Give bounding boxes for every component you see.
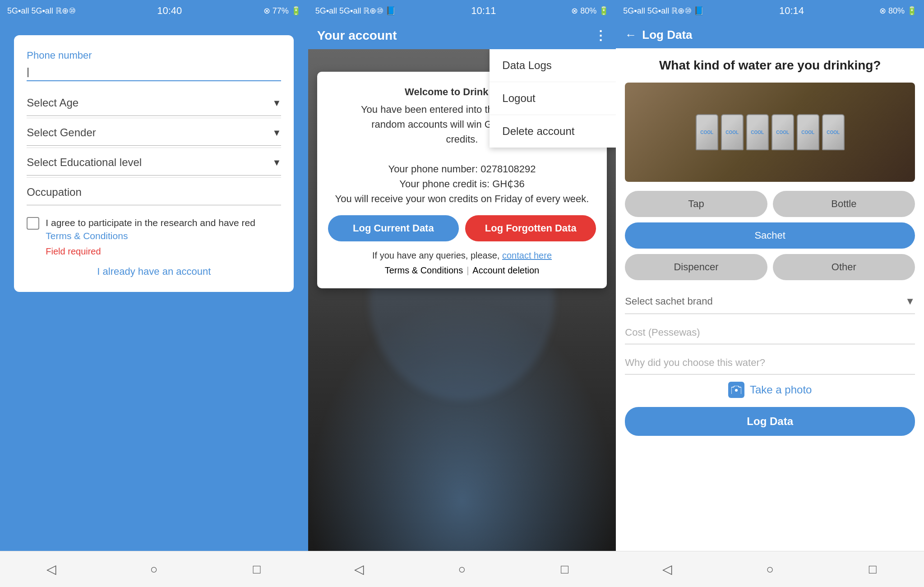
water-type-row-3: Dispencer Other	[625, 254, 915, 280]
signal-icons: 5G▪all 5G▪all ℝ⊕⑩	[7, 6, 76, 16]
water-type-row-1: Tap Bottle	[625, 191, 915, 217]
registration-card: Phone number Select Age ▼ Select Gender …	[14, 35, 294, 292]
status-left-3: 5G▪all 5G▪all ℝ⊕⑩ 📘	[623, 6, 704, 16]
log-data-title: Log Data	[642, 28, 692, 42]
sachet-bag-5: COOL	[797, 114, 819, 150]
phone-label: Phone number	[27, 50, 281, 61]
nav-recent-3[interactable]: □	[864, 560, 882, 578]
status-left-2: 5G▪all 5G▪all ℝ⊕⑩ 📘	[315, 6, 396, 16]
terms-conditions-link[interactable]: Terms & Conditions	[385, 265, 463, 276]
select-education-field[interactable]: Select Educational level ▼	[27, 150, 281, 176]
welcome-credit: Your phone credit is: GH₵36	[328, 176, 596, 191]
water-type-dispencer[interactable]: Dispencer	[625, 254, 767, 280]
nav-home-1[interactable]: ○	[145, 560, 163, 578]
select-gender-arrow: ▼	[273, 128, 282, 138]
status-right-icons: ⊗ 77% 🔋	[263, 6, 301, 16]
status-bar-1: 5G▪all 5G▪all ℝ⊕⑩ 10:40 ⊗ 77% 🔋	[0, 0, 308, 22]
modal-links-row: Terms & Conditions | Account deletion	[328, 265, 596, 276]
select-gender-field[interactable]: Select Gender ▼	[27, 120, 281, 146]
terms-checkbox[interactable]	[27, 217, 39, 230]
contact-here-link[interactable]: contact here	[502, 250, 552, 260]
status-right-2: ⊗ 80% 🔋	[571, 6, 609, 16]
already-account-link[interactable]: I already have an account	[27, 266, 281, 277]
terms-link[interactable]: Terms & Conditions	[46, 231, 128, 241]
sachet-bag-3: COOL	[746, 114, 769, 150]
account-header: Your account ⋮	[308, 22, 616, 49]
nav-back-1[interactable]: ◁	[42, 560, 60, 578]
back-arrow-icon[interactable]: ←	[625, 28, 637, 42]
sachet-water-image: COOL COOL COOL COOL COOL COOL	[625, 83, 915, 182]
bottom-nav-1: ◁ ○ □	[0, 551, 308, 587]
terms-row: I agree to participate in the research a…	[27, 216, 281, 243]
modal-action-buttons: Log Current Data Log Forgotten Data	[328, 215, 596, 241]
take-photo-label: Take a photo	[750, 384, 812, 396]
terms-text-prefix: I agree to participate in the research a…	[46, 217, 255, 228]
select-education-arrow: ▼	[273, 157, 282, 168]
water-type-other[interactable]: Other	[773, 254, 915, 280]
dropdown-menu: Data Logs Logout Delete account	[490, 49, 616, 148]
nav-recent-1[interactable]: □	[248, 560, 266, 578]
menu-dots[interactable]: ⋮	[594, 28, 607, 43]
take-photo-row[interactable]: Take a photo	[625, 382, 915, 398]
queries-text: If you have any queries, please,	[372, 250, 499, 260]
log-data-header: ← Log Data	[616, 22, 924, 48]
water-type-sachet[interactable]: Sachet	[625, 222, 915, 249]
why-input[interactable]	[625, 351, 915, 374]
status-bar-2: 5G▪all 5G▪all ℝ⊕⑩ 📘 10:11 ⊗ 80% 🔋	[308, 0, 616, 22]
select-brand-arrow: ▼	[905, 296, 915, 307]
phone-registration: 5G▪all 5G▪all ℝ⊕⑩ 10:40 ⊗ 77% 🔋 Phone nu…	[0, 0, 308, 587]
status-bar-3: 5G▪all 5G▪all ℝ⊕⑩ 📘 10:14 ⊗ 80% 🔋	[616, 0, 924, 22]
nav-recent-2[interactable]: □	[556, 560, 574, 578]
account-deletion-link[interactable]: Account deletion	[472, 265, 539, 276]
welcome-phone-value: 0278108292	[480, 163, 536, 175]
field-required-message: Field required	[46, 246, 281, 257]
select-education-label: Select Educational level	[27, 156, 142, 169]
welcome-phone: Your phone number: 0278108292	[328, 162, 596, 176]
sachet-bag-4: COOL	[772, 114, 794, 150]
nav-back-2[interactable]: ◁	[350, 560, 368, 578]
phone-log-data: 5G▪all 5G▪all ℝ⊕⑩ 📘 10:14 ⊗ 80% 🔋 ← Log …	[616, 0, 924, 587]
log-current-button[interactable]: Log Current Data	[328, 215, 459, 241]
select-age-arrow: ▼	[273, 98, 282, 108]
water-type-bottle[interactable]: Bottle	[773, 191, 915, 217]
phone-input[interactable]	[27, 63, 281, 81]
log-data-content: What kind of water are you drinking? COO…	[616, 48, 924, 551]
nav-back-3[interactable]: ◁	[658, 560, 676, 578]
welcome-credit-value: GH₵36	[492, 178, 524, 190]
dropdown-logout[interactable]: Logout	[490, 82, 616, 115]
phone-field-group: Phone number	[27, 50, 281, 81]
modal-footer: If you have any queries, please, contact…	[328, 250, 596, 261]
sachet-bag-1: COOL	[696, 114, 718, 150]
sachet-bags-visual: COOL COOL COOL COOL COOL COOL	[696, 114, 845, 150]
nav-home-3[interactable]: ○	[761, 560, 779, 578]
water-type-tap[interactable]: Tap	[625, 191, 767, 217]
time-display-2: 10:11	[471, 5, 496, 17]
water-type-row-2: Sachet	[625, 222, 915, 249]
terms-text: I agree to participate in the research a…	[46, 216, 281, 243]
occupation-label: Occupation	[27, 186, 81, 198]
log-forgotten-button[interactable]: Log Forgotten Data	[465, 215, 596, 241]
select-age-field[interactable]: Select Age ▼	[27, 90, 281, 116]
time-display: 10:40	[157, 5, 182, 17]
select-age-label: Select Age	[27, 97, 79, 109]
status-left-icons: 5G▪all 5G▪all ℝ⊕⑩	[7, 6, 76, 16]
time-display-3: 10:14	[779, 5, 804, 17]
nav-home-2[interactable]: ○	[453, 560, 471, 578]
select-brand-label: Select sachet brand	[625, 296, 712, 307]
cost-input[interactable]	[625, 321, 915, 344]
bottom-nav-2: ◁ ○ □	[308, 551, 616, 587]
sachet-bag-2: COOL	[721, 114, 744, 150]
sachet-bag-6: COOL	[822, 114, 845, 150]
camera-icon	[728, 382, 744, 398]
water-type-question: What kind of water are you drinking?	[625, 57, 915, 74]
select-brand-field[interactable]: Select sachet brand ▼	[625, 289, 915, 314]
dropdown-delete-account[interactable]: Delete account	[490, 115, 616, 148]
log-data-button[interactable]: Log Data	[625, 407, 915, 436]
registration-content: Phone number Select Age ▼ Select Gender …	[0, 22, 308, 551]
dropdown-data-logs[interactable]: Data Logs	[490, 49, 616, 82]
account-content: Data Logs Logout Delete account Welcome …	[308, 49, 616, 551]
links-divider: |	[467, 265, 469, 276]
water-type-buttons: Tap Bottle Sachet Dispencer Other	[625, 191, 915, 280]
select-gender-label: Select Gender	[27, 126, 96, 139]
occupation-field[interactable]: Occupation	[27, 180, 281, 205]
